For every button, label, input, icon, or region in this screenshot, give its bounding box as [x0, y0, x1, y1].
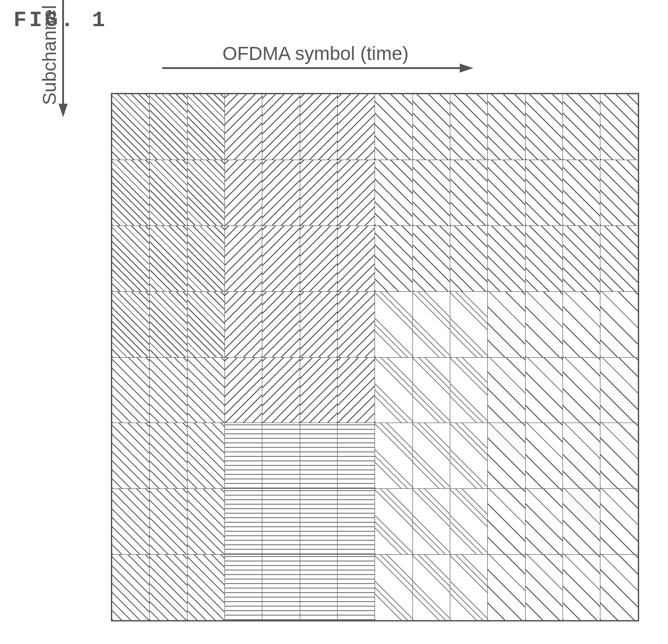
region-C [488, 160, 525, 225]
region-C [375, 226, 412, 291]
resource-grid [111, 93, 639, 621]
grid-cell [600, 423, 638, 489]
region-D [413, 423, 450, 488]
region-G [600, 358, 638, 423]
grid-cell [262, 160, 300, 225]
grid-cell [150, 291, 187, 357]
grid-cell [488, 225, 525, 291]
grid-cell [338, 291, 375, 357]
region-F [338, 489, 375, 554]
grid-cell [225, 555, 262, 621]
grid-cell [488, 291, 525, 357]
svg-marker-3 [59, 104, 68, 117]
grid-cell [338, 555, 375, 621]
grid-cell [187, 225, 224, 291]
region-D [375, 489, 412, 554]
region-A [188, 292, 224, 357]
region-C [450, 226, 487, 291]
grid-cell [300, 94, 337, 160]
region-B [225, 358, 262, 423]
grid-cell [488, 555, 525, 621]
region-E [112, 423, 149, 488]
grid-cell [300, 291, 337, 357]
grid-cell [300, 555, 337, 621]
region-C [413, 160, 450, 225]
grid-cell [187, 423, 224, 489]
grid-cell [187, 160, 224, 225]
grid-cell [225, 291, 262, 357]
svg-marker-1 [460, 64, 473, 73]
region-E [112, 358, 149, 423]
grid-cell [412, 225, 450, 291]
region-D [375, 292, 412, 357]
region-B [300, 94, 337, 160]
region-B [262, 292, 299, 357]
grid-cell [150, 555, 187, 621]
region-A [112, 226, 149, 291]
region-G [600, 292, 638, 357]
region-E [188, 555, 224, 620]
region-B [338, 160, 375, 225]
grid-cell [187, 357, 224, 423]
grid-cell [112, 423, 150, 489]
region-B [338, 94, 375, 160]
region-C [413, 226, 450, 291]
region-A [112, 160, 149, 225]
grid-cell [225, 489, 262, 555]
grid-cell [563, 555, 600, 621]
region-E [112, 555, 149, 620]
region-B [262, 160, 299, 225]
region-G [600, 489, 638, 554]
region-C [600, 160, 638, 225]
grid-cell [450, 357, 488, 423]
region-E [188, 423, 224, 488]
region-C [488, 226, 525, 291]
grid-cell [112, 94, 150, 160]
region-E [150, 555, 187, 620]
grid-row [112, 357, 638, 423]
grid-cell [150, 94, 187, 160]
grid-cell [450, 291, 488, 357]
region-B [300, 226, 337, 291]
grid-cell [225, 225, 262, 291]
grid-cell [412, 160, 450, 225]
grid-cell [112, 291, 150, 357]
grid-cell [225, 160, 262, 225]
grid-cell [112, 160, 150, 225]
grid-cell [187, 489, 224, 555]
region-G [600, 423, 638, 488]
region-B [338, 226, 375, 291]
grid-cell [187, 94, 224, 160]
region-G [488, 358, 525, 423]
grid-cell [262, 94, 300, 160]
region-B [338, 292, 375, 357]
region-C [526, 226, 563, 291]
region-G [563, 358, 600, 423]
grid-cell [150, 357, 187, 423]
region-A [150, 226, 187, 291]
grid-cell [225, 423, 262, 489]
grid-cell [600, 357, 638, 423]
region-D [413, 292, 450, 357]
grid-table [112, 94, 638, 621]
grid-cell [600, 489, 638, 555]
grid-row [112, 291, 638, 357]
grid-row [112, 555, 638, 621]
region-G [488, 292, 525, 357]
grid-cell [525, 555, 563, 621]
grid-cell [563, 291, 600, 357]
grid-cell [375, 291, 412, 357]
region-F [338, 423, 375, 488]
x-axis-label: OFDMA symbol (time) [222, 43, 408, 64]
grid-cell [488, 489, 525, 555]
grid-cell [225, 94, 262, 160]
grid-cell [563, 225, 600, 291]
region-B [225, 292, 262, 357]
region-D [375, 555, 412, 620]
grid-cell [338, 94, 375, 160]
grid-cell [150, 225, 187, 291]
region-D [450, 358, 487, 423]
grid-row [112, 423, 638, 489]
region-F [262, 555, 299, 620]
region-C [563, 94, 600, 160]
